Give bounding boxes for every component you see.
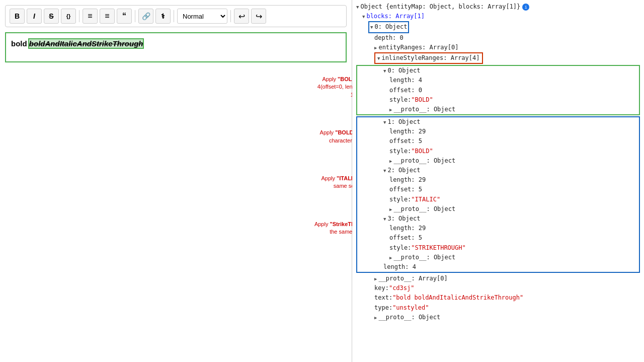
depth-label: depth: 0 [374,33,404,43]
bold-button[interactable]: B [10,9,25,24]
text-bold: bold [11,39,29,48]
item3-header: 3: Object [359,214,637,224]
item3-triangle[interactable] [383,214,387,224]
item2-header: 2: Object [359,166,637,175]
item0-proto: __proto__: Object [359,105,637,114]
item1-triangle[interactable] [383,117,387,127]
root-object-line: Object {entityMap: Object, blocks: Array… [356,2,640,12]
ordered-list-button[interactable]: ≡ [100,9,115,24]
item0-label: 0: Object [387,66,420,76]
devtools-panel: Object {entityMap: Object, blocks: Array… [352,0,644,362]
item2-offset: offset: 5 [359,185,637,194]
block0-triangle[interactable] [370,22,374,32]
item0-style: style: "BOLD" [359,95,637,105]
redo-button[interactable]: ↪ [251,9,266,24]
item3-label: 3: Object [387,214,420,224]
entity-ranges-triangle[interactable] [374,43,378,52]
separator-2 [135,10,135,22]
item0-length: length: 4 [359,76,637,85]
block0-label: 0: Object [374,22,407,32]
editor-panel: B I S {} ≡ ≡ “ 🔗 ⚕ Normal ↩ ↪ bold boldA… [0,0,352,362]
block0-blue-box: 0: Object [368,21,409,33]
item1-label: 1: Object [387,117,420,127]
item3-style: style: "STRIKETHROUGH" [359,243,637,253]
image-button[interactable]: ⚕ [155,9,171,24]
item3-proto: __proto__: Object [359,253,637,262]
item2-style: style: "ITALIC" [359,195,637,204]
root-label: Object {entityMap: Object, blocks: Array… [360,2,520,12]
blocks-triangle[interactable] [362,12,366,21]
code-button[interactable]: {} [61,9,76,24]
block-proto-line: __proto__: Object [356,313,640,322]
inline-style-orange-box: inlineStyleRanges: Array[4] [374,52,483,64]
style-select[interactable]: Normal [177,9,227,24]
inline-style-ranges-line: inlineStyleRanges: Array[4] [356,52,640,64]
item2-length: length: 29 [359,175,637,185]
outer-proto-triangle[interactable] [374,274,378,283]
item0-offset: offset: 0 [359,86,637,95]
item3-proto-triangle[interactable] [389,253,393,262]
depth-line: depth: 0 [356,33,640,43]
blocks-label: blocks: Array[1] [366,12,425,21]
item1-proto-triangle[interactable] [389,156,393,166]
blockquote-button[interactable]: “ [117,9,132,24]
link-button[interactable]: 🔗 [138,9,153,24]
root-triangle[interactable] [356,2,360,12]
item0-header: 0: Object [359,66,637,76]
blocks-line: blocks: Array[1] [356,12,640,21]
type-line: type: "unstyled" [356,303,640,313]
text-bold-italic-strike: boldAndItalicAndStrikeThrough [29,39,143,48]
toolbar: B I S {} ≡ ≡ “ 🔗 ⚕ Normal ↩ ↪ [5,5,347,27]
separator-1 [79,10,79,22]
italic-button[interactable]: I [27,9,42,24]
item1-proto: __proto__: Object [359,156,637,166]
unordered-list-button[interactable]: ≡ [83,9,98,24]
strikethrough-button[interactable]: S [44,9,59,24]
entity-ranges-line: entityRanges: Array[0] [356,43,640,52]
entity-ranges-label: entityRanges: Array[0] [378,43,458,52]
text-line: text: "bold boldAndItalicAndStrikeThroug… [356,293,640,303]
item2-proto: __proto__: Object [359,204,637,214]
info-icon: i [522,4,529,11]
block-proto-triangle[interactable] [374,313,378,322]
item0-triangle[interactable] [383,66,387,76]
inline-style-label: inlineStyleRanges: Array[4] [381,53,479,63]
outer-proto-line: __proto__: Array[0] [356,274,640,283]
item0-proto-triangle[interactable] [389,105,393,114]
item1-offset: offset: 5 [359,136,637,146]
editor-content[interactable]: bold boldAndItalicAndStrikeThrough [5,32,347,62]
outer-proto-label: __proto__: Array[0] [378,274,447,283]
outer-length-line: length: 4 [359,262,637,272]
inline-style-triangle[interactable] [377,53,381,63]
item2-label: 2: Object [387,166,420,175]
separator-3 [174,10,174,22]
item3-length: length: 29 [359,224,637,233]
item2-triangle[interactable] [383,166,387,175]
items-blue-box: 1: Object length: 29 offset: 5 style: "B… [356,116,640,273]
item1-header: 1: Object [359,117,637,127]
undo-button[interactable]: ↩ [234,9,249,24]
item1-length: length: 29 [359,127,637,136]
item3-offset: offset: 5 [359,233,637,243]
block0-header-line: 0: Object [356,21,640,33]
key-line: key: "cd3sj" [356,283,640,293]
separator-4 [230,10,231,22]
item1-style: style: "BOLD" [359,147,637,156]
item0-green-box: 0: Object length: 4 offset: 0 style: "BO… [356,65,640,115]
item2-proto-triangle[interactable] [389,204,393,214]
